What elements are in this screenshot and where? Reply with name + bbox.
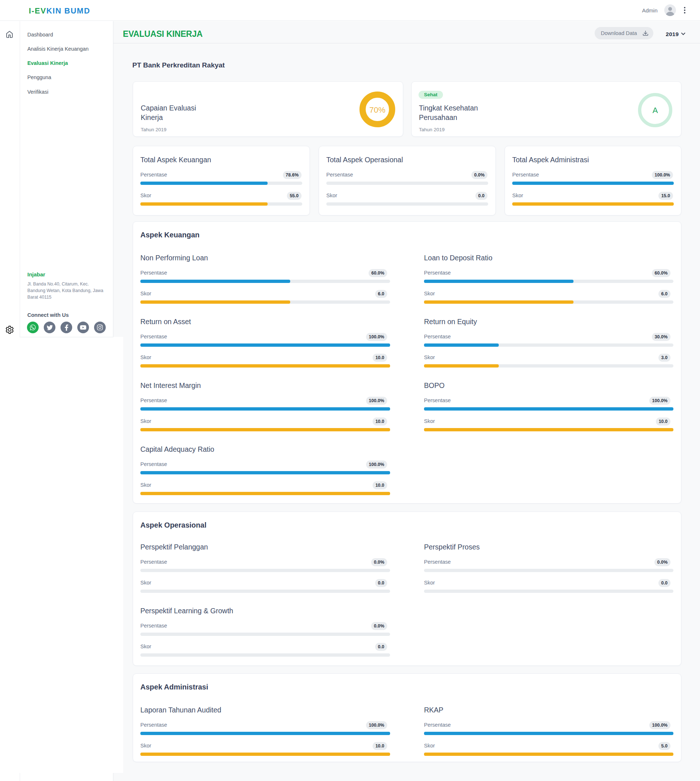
svg-text:70%: 70%: [369, 105, 385, 115]
svg-text:A: A: [653, 106, 658, 115]
